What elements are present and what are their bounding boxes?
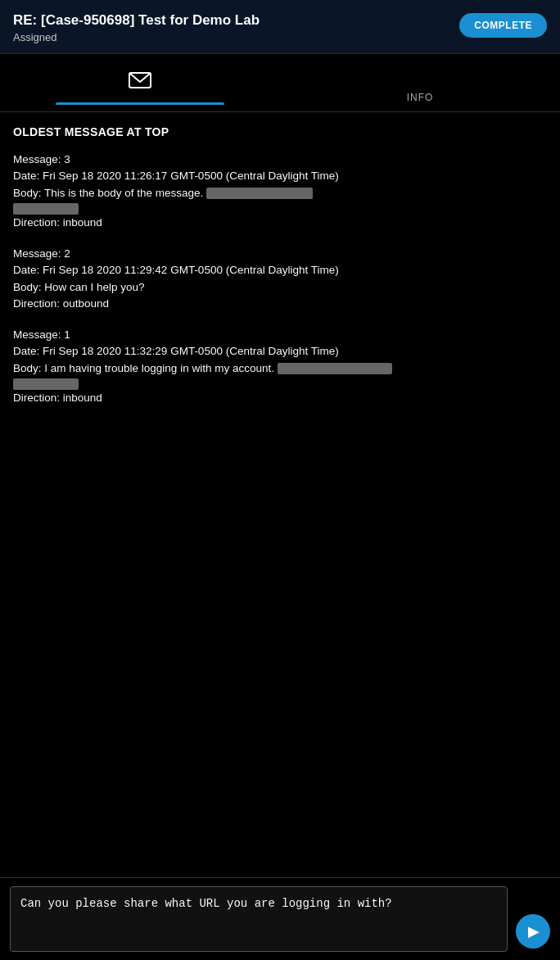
header-subtitle: Assigned xyxy=(13,31,449,43)
message-block-3: Message: 3 Date: Fri Sep 18 2020 11:26:1… xyxy=(13,152,547,231)
tab-email[interactable] xyxy=(0,61,280,105)
message-2-direction: Direction: outbound xyxy=(13,296,547,312)
tab-info[interactable]: INFO xyxy=(280,54,560,111)
message-3-number: Message: 3 xyxy=(13,152,547,168)
message-1-direction: Direction: inbound xyxy=(13,390,547,406)
redacted-block-1a xyxy=(278,363,392,374)
redacted-block-1b xyxy=(13,378,79,390)
message-3-date: Date: Fri Sep 18 2020 11:26:17 GMT-0500 … xyxy=(13,168,547,184)
messages-section-header: OLDEST MESSAGE AT TOP xyxy=(13,125,547,138)
message-3-body: Body: This is the body of the message. xyxy=(13,185,547,215)
redacted-block-3b xyxy=(13,203,79,215)
message-1-number: Message: 1 xyxy=(13,327,547,343)
send-icon: ▶ xyxy=(528,922,540,940)
header: RE: [Case-950698] Test for Demo Lab Assi… xyxy=(0,0,560,54)
message-1-date: Date: Fri Sep 18 2020 11:32:29 GMT-0500 … xyxy=(13,343,547,360)
message-2-number: Message: 2 xyxy=(13,246,547,262)
message-2-date: Date: Fri Sep 18 2020 11:29:42 GMT-0500 … xyxy=(13,262,547,278)
message-block-1: Message: 1 Date: Fri Sep 18 2020 11:32:2… xyxy=(13,327,547,406)
message-3-direction: Direction: inbound xyxy=(13,215,547,231)
header-left: RE: [Case-950698] Test for Demo Lab Assi… xyxy=(13,11,449,43)
tab-info-label: INFO xyxy=(407,92,434,103)
tabs: INFO xyxy=(0,54,560,112)
message-1-body: Body: I am having trouble logging in wit… xyxy=(13,360,547,390)
email-icon xyxy=(129,72,151,93)
redacted-block-3a xyxy=(206,188,313,199)
complete-button[interactable]: COMPLETE xyxy=(459,13,547,38)
compose-area: Can you please share what URL you are lo… xyxy=(0,877,560,960)
compose-input[interactable]: Can you please share what URL you are lo… xyxy=(10,886,508,952)
message-2-body: Body: How can I help you? xyxy=(13,279,547,296)
header-title: RE: [Case-950698] Test for Demo Lab xyxy=(13,11,449,29)
send-button[interactable]: ▶ xyxy=(516,914,550,949)
main-content: OLDEST MESSAGE AT TOP Message: 3 Date: F… xyxy=(0,112,560,784)
message-block-2: Message: 2 Date: Fri Sep 18 2020 11:29:4… xyxy=(13,246,547,312)
